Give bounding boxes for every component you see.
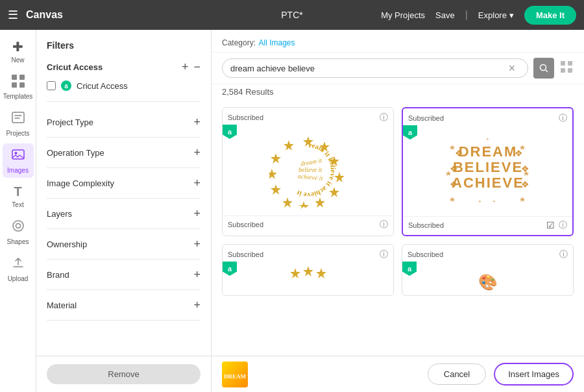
tool-projects-label: Projects — [6, 130, 29, 137]
grid-view-toggle[interactable] — [559, 60, 574, 77]
tool-upload-label: Upload — [8, 275, 29, 282]
tool-projects[interactable]: Projects — [3, 106, 34, 141]
svg-marker-48 — [290, 268, 300, 278]
content-header: Category: All Images — [212, 30, 584, 53]
svg-rect-1 — [19, 75, 25, 80]
cancel-button[interactable]: Cancel — [428, 363, 486, 385]
tool-text[interactable]: T Text — [3, 180, 34, 212]
filter-scroll: Cricut Access + − a Cricut Access Projec… — [36, 56, 211, 356]
svg-text:BELIEVE: BELIEVE — [452, 159, 522, 175]
shapes-icon — [11, 219, 25, 236]
filter-section-ownership: Ownership + — [47, 229, 201, 260]
image-2-bottom-info[interactable]: ⓘ — [559, 219, 567, 231]
image-card-2[interactable]: Subscribed ⓘ a — [402, 107, 574, 236]
layers-expand[interactable]: + — [193, 208, 201, 219]
search-clear-icon[interactable]: ✕ — [508, 63, 516, 73]
tool-new[interactable]: ✚ New — [3, 35, 34, 67]
category-link[interactable]: All Images — [258, 38, 295, 47]
project-type-expand[interactable]: + — [193, 116, 201, 128]
image-4-cricut-tag: a — [402, 262, 417, 276]
make-it-button[interactable]: Make It — [524, 6, 576, 25]
filter-section-project-type: Project Type + — [47, 107, 201, 138]
cricut-access-checkbox[interactable] — [47, 81, 56, 90]
remove-filters-button[interactable]: Remove — [47, 364, 201, 384]
svg-point-9 — [541, 65, 546, 71]
image-2-top-label: Subscribed — [408, 114, 444, 122]
app-title: Canvas — [26, 9, 63, 21]
image-card-1[interactable]: Subscribed ⓘ a — [222, 107, 394, 236]
svg-text:❖: ❖ — [521, 164, 529, 174]
image-card-3[interactable]: Subscribed ⓘ a — [222, 244, 394, 296]
filter-footer: Remove — [36, 356, 211, 392]
material-header[interactable]: Material + — [47, 290, 201, 320]
image-4-info-icon[interactable]: ⓘ — [559, 249, 568, 260]
image-2-svg: + + + DREAM ❖ ❖ BELIEVE ❖ ❖ — [446, 132, 530, 210]
filter-section-material: Material + — [47, 290, 201, 321]
svg-rect-5 — [12, 150, 24, 159]
svg-rect-10 — [561, 61, 565, 66]
selected-image-thumbnail: DREAM — [222, 361, 248, 387]
svg-marker-22 — [271, 184, 281, 195]
image-2-check-icon[interactable]: ☑ — [546, 220, 555, 230]
tool-images[interactable]: Images — [3, 143, 34, 178]
image-1-bottom-info[interactable]: ⓘ — [380, 219, 388, 230]
upload-icon — [11, 256, 25, 273]
cricut-access-header: Cricut Access + − — [47, 56, 201, 78]
svg-marker-23 — [269, 169, 277, 179]
filter-panel: Filters Cricut Access + − a Cricut Acces… — [36, 30, 212, 392]
svg-marker-19 — [315, 197, 325, 208]
image-2-info-icon[interactable]: ⓘ — [559, 112, 567, 124]
brand-expand[interactable]: + — [193, 269, 201, 280]
search-button[interactable] — [533, 58, 554, 79]
my-projects-link[interactable]: My Projects — [381, 10, 425, 20]
tool-upload[interactable]: Upload — [3, 252, 34, 286]
image-1-container: a — [223, 125, 393, 215]
ownership-header[interactable]: Ownership + — [47, 229, 201, 259]
project-type-header[interactable]: Project Type + — [47, 107, 201, 137]
save-link[interactable]: Save — [435, 10, 455, 20]
image-complexity-header[interactable]: Image Complexity + — [47, 168, 201, 198]
search-input[interactable] — [230, 64, 508, 73]
explore-button[interactable]: Explore ▾ — [478, 10, 514, 20]
project-type-title: Project Type — [47, 117, 93, 127]
image-card-1-top: Subscribed ⓘ — [223, 108, 393, 125]
svg-rect-11 — [568, 61, 572, 66]
image-1-top-label: Subscribed — [228, 114, 263, 121]
filter-header: Filters — [36, 30, 211, 56]
tool-shapes[interactable]: Shapes — [3, 215, 34, 249]
image-3-info-icon[interactable]: ⓘ — [380, 249, 388, 260]
cricut-access-actions: + − — [182, 61, 201, 73]
image-2-container: a + + + — [403, 125, 572, 216]
image-card-4[interactable]: Subscribed ⓘ a 🎨 — [402, 244, 574, 296]
cricut-access-add[interactable]: + — [182, 61, 189, 73]
search-magnify-icon — [539, 64, 548, 73]
ownership-expand[interactable]: + — [193, 238, 201, 250]
image-complexity-title: Image Complexity — [47, 178, 114, 188]
svg-text:+: + — [493, 199, 496, 204]
brand-header[interactable]: Brand + — [47, 260, 201, 289]
layers-header[interactable]: Layers + — [47, 199, 201, 228]
tool-templates[interactable]: Templates — [3, 70, 34, 104]
brand-title: Brand — [47, 270, 69, 280]
operation-type-header[interactable]: Operation Type + — [47, 138, 201, 167]
results-count: 2,584 Results — [212, 84, 584, 102]
menu-icon[interactable]: ☰ — [8, 8, 18, 22]
cricut-access-option-label: Cricut Access — [77, 81, 128, 91]
image-card-2-top: Subscribed ⓘ — [403, 108, 572, 125]
image-4-top-label: Subscribed — [408, 251, 443, 258]
svg-marker-50 — [316, 268, 326, 278]
filter-section-image-complexity: Image Complexity + — [47, 168, 201, 199]
operation-type-expand[interactable]: + — [193, 147, 201, 158]
insert-images-button[interactable]: Insert Images — [494, 363, 574, 386]
image-1-info-icon[interactable]: ⓘ — [380, 112, 388, 123]
image-card-2-bottom: Subscribed ☑ ⓘ — [403, 216, 572, 235]
svg-point-7 — [13, 221, 23, 231]
cricut-access-title: Cricut Access — [47, 62, 103, 72]
cricut-access-remove[interactable]: − — [193, 61, 201, 73]
svg-point-8 — [16, 224, 20, 228]
material-expand[interactable]: + — [193, 299, 201, 311]
filter-section-layers: Layers + — [47, 199, 201, 229]
image-complexity-expand[interactable]: + — [193, 177, 201, 189]
svg-marker-34 — [450, 197, 455, 202]
content-area: Category: All Images ✕ 2,584 Results — [212, 30, 584, 392]
